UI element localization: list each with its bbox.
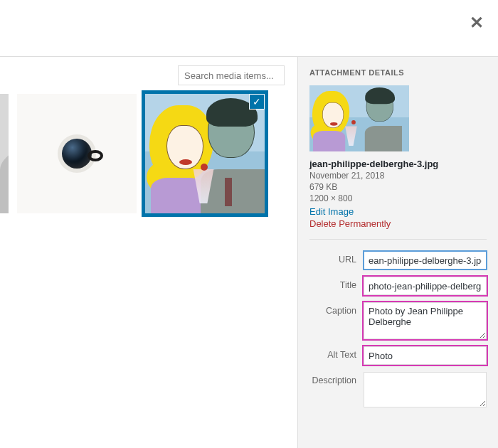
edit-image-link[interactable]: Edit Image bbox=[309, 206, 487, 217]
attachment-details-panel: ATTACHMENT DETAILS jean-philippe-delberg… bbox=[297, 57, 498, 448]
description-textarea[interactable] bbox=[364, 372, 487, 407]
delete-permanently-link[interactable]: Delete Permanently bbox=[309, 218, 487, 229]
check-icon[interactable]: ✓ bbox=[249, 94, 265, 110]
search-wrap bbox=[0, 65, 289, 85]
caption-label: Caption bbox=[309, 302, 364, 316]
media-thumbnail[interactable] bbox=[17, 94, 137, 213]
thumbnail-image bbox=[145, 94, 265, 213]
attachment-dimensions: 1200 × 800 bbox=[309, 193, 487, 203]
url-label: URL bbox=[309, 251, 364, 265]
modal-content: ✓ ATTACHMENT DETAILS jean-philippe-delbe… bbox=[0, 57, 498, 448]
modal-header: ✕ bbox=[0, 0, 498, 57]
attachment-date: November 21, 2018 bbox=[309, 171, 487, 181]
panel-heading: ATTACHMENT DETAILS bbox=[309, 68, 487, 77]
media-thumbnails: ✓ bbox=[0, 94, 289, 213]
thumbnail-image bbox=[0, 94, 9, 213]
attachment-filename: jean-philippe-delberghe-3.jpg bbox=[309, 159, 487, 169]
field-row-title: Title bbox=[309, 277, 487, 295]
field-row-alt: Alt Text bbox=[309, 346, 487, 365]
search-input[interactable] bbox=[178, 65, 285, 85]
alt-text-label: Alt Text bbox=[309, 346, 364, 360]
close-button[interactable]: ✕ bbox=[470, 13, 484, 33]
media-thumbnail-selected[interactable]: ✓ bbox=[145, 94, 265, 213]
attachment-filesize: 679 KB bbox=[309, 182, 487, 192]
caption-textarea[interactable]: Photo by Jean Philippe Delberghe bbox=[364, 302, 487, 339]
alt-text-input[interactable] bbox=[364, 346, 487, 365]
field-row-url: URL bbox=[309, 251, 487, 270]
title-label: Title bbox=[309, 277, 364, 290]
url-input[interactable] bbox=[364, 251, 487, 270]
thumbnail-image bbox=[17, 94, 137, 213]
attachment-preview bbox=[309, 85, 487, 151]
field-row-caption: Caption Photo by Jean Philippe Delberghe bbox=[309, 302, 487, 339]
attachment-form: URL Title Caption Photo by Jean Philippe… bbox=[309, 239, 487, 407]
media-thumbnail[interactable] bbox=[0, 94, 9, 213]
media-grid-panel: ✓ bbox=[0, 57, 297, 448]
title-input[interactable] bbox=[364, 277, 487, 295]
description-label: Description bbox=[309, 372, 364, 385]
field-row-description: Description bbox=[309, 372, 487, 407]
